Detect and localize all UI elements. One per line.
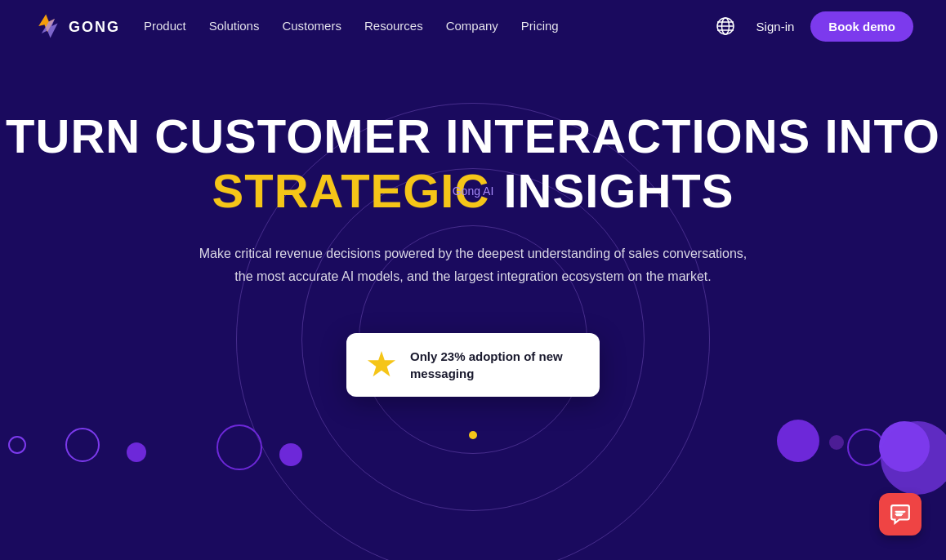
decorative-dot bbox=[777, 420, 819, 462]
decorative-dot bbox=[65, 428, 100, 462]
hero-section: TURN CUSTOMER INTERACTIONS INTO STRATEGI… bbox=[0, 52, 946, 560]
decorative-dot-yellow bbox=[469, 431, 477, 439]
hero-title-line1: TURN CUSTOMER INTERACTIONS INTO bbox=[6, 109, 940, 162]
decorative-dot bbox=[881, 421, 946, 495]
nav-links: Product Solutions Customers Resources Co… bbox=[144, 19, 559, 33]
nav-solutions[interactable]: Solutions bbox=[209, 19, 260, 33]
svg-marker-6 bbox=[368, 351, 395, 376]
globe-icon bbox=[716, 16, 735, 36]
nav-company[interactable]: Company bbox=[446, 19, 498, 33]
logo[interactable]: GONG bbox=[33, 11, 118, 41]
nav-pricing[interactable]: Pricing bbox=[521, 19, 559, 33]
decorative-dot bbox=[8, 436, 26, 454]
chat-icon bbox=[890, 504, 911, 525]
svg-text:GONG: GONG bbox=[69, 19, 118, 35]
navbar: GONG Product Solutions Customers Resourc… bbox=[0, 0, 946, 52]
hero-title: TURN CUSTOMER INTERACTIONS INTO STRATEGI… bbox=[6, 109, 940, 218]
decorative-dot bbox=[829, 435, 844, 450]
hero-title-strategic: STRATEGIC bbox=[212, 164, 490, 217]
nav-resources[interactable]: Resources bbox=[364, 19, 423, 33]
insight-card: Only 23% adoption of new messaging bbox=[346, 333, 600, 397]
star-icon bbox=[364, 348, 399, 382]
nav-left: GONG Product Solutions Customers Resourc… bbox=[33, 11, 559, 41]
svg-rect-8 bbox=[896, 511, 905, 513]
hero-subtitle: Make critical revenue decisions powered … bbox=[195, 242, 751, 287]
nav-right: Sign-in Book demo bbox=[711, 11, 913, 42]
gong-ai-label: Gong AI bbox=[453, 184, 494, 198]
hero-title-insights: INSIGHTS bbox=[504, 164, 734, 217]
chat-button[interactable] bbox=[879, 493, 921, 536]
language-button[interactable] bbox=[711, 11, 740, 41]
decorative-dot bbox=[127, 442, 146, 462]
svg-rect-9 bbox=[896, 514, 903, 516]
book-demo-button[interactable]: Book demo bbox=[810, 11, 913, 42]
decorative-dot bbox=[279, 443, 302, 466]
sign-in-button[interactable]: Sign-in bbox=[756, 20, 795, 33]
nav-product[interactable]: Product bbox=[144, 19, 186, 33]
decorative-dot bbox=[216, 424, 262, 470]
nav-customers[interactable]: Customers bbox=[282, 19, 341, 33]
insight-card-text: Only 23% adoption of new messaging bbox=[410, 348, 582, 382]
